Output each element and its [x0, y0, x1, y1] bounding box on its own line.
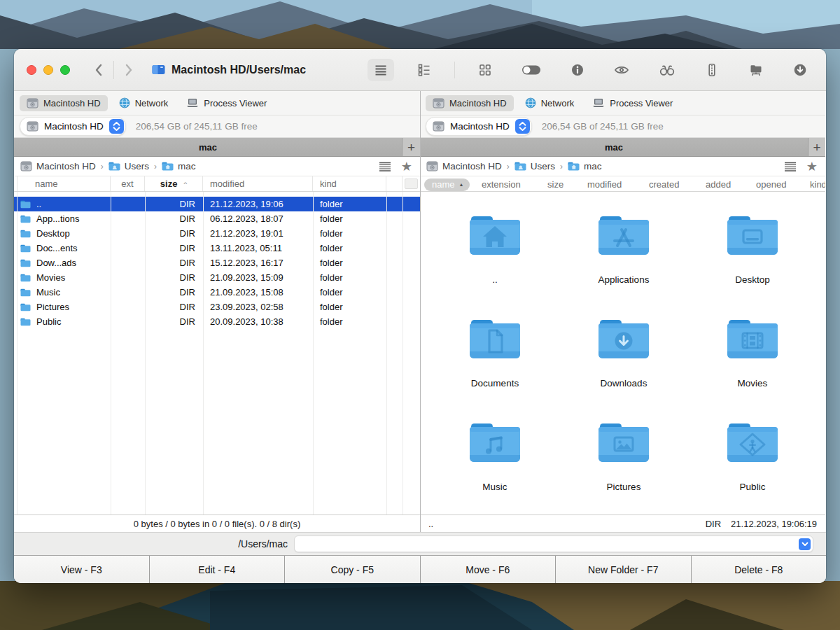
view-button[interactable]: View - F3: [14, 556, 150, 583]
column-header-modified[interactable]: modified: [587, 176, 622, 192]
favorites-star-icon[interactable]: ★: [806, 160, 818, 173]
cell-text: DIR: [180, 258, 195, 268]
detail-list-view-icon: [417, 63, 431, 77]
download-button[interactable]: [787, 59, 813, 81]
breadcrumb-item-macintosh-hd[interactable]: Macintosh HD: [426, 161, 502, 172]
column-header-size[interactable]: size^: [145, 176, 203, 191]
zoom-button[interactable]: [60, 65, 70, 75]
globe-icon: [119, 97, 130, 108]
grid-item-downloads[interactable]: Downloads: [559, 317, 688, 421]
left-drive-selector[interactable]: Macintosh HD: [20, 117, 126, 136]
grid-item-movies[interactable]: Movies: [688, 317, 817, 421]
detail-list-view-button[interactable]: [411, 59, 438, 81]
eye-icon: [614, 63, 629, 77]
cell-text: 15.12.2023, 16:17: [210, 258, 284, 268]
right-status-date: 21.12.2023, 19:06:19: [731, 519, 817, 529]
file-row-desktop[interactable]: DesktopDIR21.12.2023, 19:01folder: [14, 226, 420, 241]
preview-button[interactable]: [608, 59, 636, 81]
column-header-kind[interactable]: kind: [810, 176, 825, 192]
file-row-movies[interactable]: MoviesDIR21.09.2023, 15:09folder: [14, 270, 420, 285]
right-pane: Macintosh HDNetworkProcess Viewer Macint…: [420, 91, 825, 532]
copy-button[interactable]: Copy - F5: [285, 556, 421, 583]
breadcrumb-item-users[interactable]: Users: [514, 161, 555, 172]
column-header-name[interactable]: name▲: [424, 176, 470, 192]
minimize-button[interactable]: [43, 65, 53, 75]
list-menu-icon[interactable]: [784, 162, 797, 172]
toolbar-separator: [454, 62, 455, 78]
list-menu-icon[interactable]: [379, 162, 391, 172]
info-button[interactable]: [564, 59, 591, 81]
columns-corner-button[interactable]: [405, 178, 418, 189]
file-row-dow-ads[interactable]: Dow...adsDIR15.12.2023, 16:17folder: [14, 255, 420, 270]
location-tab-macintosh-hd[interactable]: Macintosh HD: [20, 95, 108, 111]
column-header-kind[interactable]: kind: [313, 176, 386, 191]
location-tab-network[interactable]: Network: [112, 94, 176, 111]
delete-button[interactable]: Delete - F8: [692, 556, 827, 583]
panes-toggle-button[interactable]: [515, 59, 547, 81]
file-row--[interactable]: ..DIR21.12.2023, 19:06folder: [14, 197, 420, 211]
favorites-star-icon[interactable]: ★: [401, 160, 412, 173]
grid-view-button[interactable]: [472, 59, 498, 81]
column-header-created[interactable]: created: [649, 176, 679, 192]
grid-item-applications[interactable]: Applications: [559, 214, 688, 317]
column-header-extension[interactable]: extension: [482, 176, 521, 192]
column-header-added[interactable]: added: [706, 176, 731, 192]
file-row-public[interactable]: PublicDIR20.09.2023, 10:38folder: [14, 314, 420, 329]
grid-item-documents[interactable]: Documents: [430, 317, 559, 421]
file-row-music[interactable]: MusicDIR21.09.2023, 15:08folder: [14, 285, 420, 300]
list-view-button[interactable]: [368, 59, 394, 81]
location-tab-macintosh-hd[interactable]: Macintosh HD: [426, 95, 514, 111]
drive-stepper-icon[interactable]: [515, 119, 530, 134]
file-row-app-tions[interactable]: App...tionsDIR06.12.2023, 18:07folder: [14, 211, 420, 226]
column-header-ext[interactable]: ext: [111, 176, 145, 191]
grid-item-desktop[interactable]: Desktop: [688, 214, 817, 317]
edit-button[interactable]: Edit - F4: [150, 556, 286, 583]
move-button[interactable]: Move - F6: [421, 556, 556, 583]
location-tab-process-viewer[interactable]: Process Viewer: [585, 95, 680, 111]
command-bar: /Users/mac: [14, 532, 826, 555]
location-tab-network[interactable]: Network: [518, 94, 582, 111]
breadcrumb-item-mac[interactable]: mac: [162, 161, 196, 172]
back-button[interactable]: [94, 63, 104, 77]
drive-stepper-icon[interactable]: [109, 119, 124, 134]
cell-text: Music: [36, 287, 60, 298]
file-row-pictures[interactable]: PicturesDIR23.09.2023, 02:58folder: [14, 300, 420, 314]
file-row-doc-ents[interactable]: Doc...entsDIR13.11.2023, 05:11folder: [14, 241, 420, 255]
folder-tab[interactable]: mac: [420, 138, 808, 156]
right-drive-selector[interactable]: Macintosh HD: [426, 117, 532, 136]
chevron-down-icon: [802, 542, 808, 547]
search-button[interactable]: [652, 59, 682, 81]
command-history-dropdown[interactable]: [799, 538, 811, 550]
add-tab-button[interactable]: +: [402, 138, 420, 156]
archive-button[interactable]: [699, 59, 725, 81]
close-button[interactable]: [27, 65, 36, 75]
column-header-size[interactable]: size: [547, 176, 564, 192]
location-tab-process-viewer[interactable]: Process Viewer: [179, 95, 274, 111]
cell-text: DIR: [180, 316, 195, 327]
breadcrumb-item-mac[interactable]: mac: [568, 161, 602, 172]
left-file-list: ..DIR21.12.2023, 19:06folderApp...tionsD…: [14, 192, 420, 514]
add-tab-button[interactable]: +: [808, 138, 825, 156]
breadcrumb-item-macintosh-hd[interactable]: Macintosh HD: [20, 161, 96, 172]
grid-item--[interactable]: ..: [430, 214, 559, 317]
column-header-opened[interactable]: opened: [756, 176, 786, 192]
grid-item-public[interactable]: Public: [688, 421, 817, 524]
grid-item-music[interactable]: Music: [430, 421, 559, 524]
network-button[interactable]: [742, 59, 770, 81]
column-header-name[interactable]: name: [17, 176, 111, 191]
cell-text: DIR: [180, 272, 195, 283]
cell-text: folder: [320, 199, 343, 209]
pane-splitter[interactable]: [420, 91, 421, 532]
new-folder-button[interactable]: New Folder - F7: [556, 556, 692, 583]
forward-button[interactable]: [124, 63, 134, 77]
folder-tab[interactable]: mac: [14, 138, 402, 156]
left-status-text: 0 bytes / 0 bytes in 0 / 0 file(s). 0 / …: [134, 519, 300, 529]
column-header-label: size: [160, 178, 178, 189]
cell-text: App...tions: [36, 214, 79, 224]
grid-item-pictures[interactable]: Pictures: [559, 421, 688, 524]
command-input[interactable]: [294, 536, 813, 552]
cell-text: Pictures: [36, 302, 69, 312]
cell-text: 21.09.2023, 15:08: [210, 287, 284, 298]
breadcrumb-item-users[interactable]: Users: [108, 161, 149, 172]
column-header-modified[interactable]: modified: [203, 176, 313, 191]
